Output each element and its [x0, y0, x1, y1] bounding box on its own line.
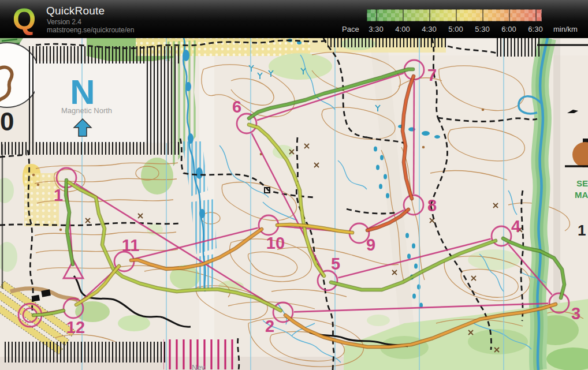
pace-unit: min/km — [553, 25, 578, 33]
course-leg-7-8 — [414, 81, 414, 194]
pace-tick-label: 4:30 — [422, 25, 436, 33]
edge-zero: 0 — [0, 107, 14, 136]
control-number-10: 10 — [266, 234, 285, 252]
pace-tick-mark — [376, 9, 377, 21]
app-title: QuickRoute — [46, 5, 105, 17]
control-number-6: 6 — [232, 98, 241, 116]
header-bar: Q QuickRoute Version 2.4 matstroeng.se/q… — [0, 0, 588, 38]
bottom-cut-text: Nev — [192, 363, 206, 370]
pace-tick-label: 5:30 — [475, 25, 489, 33]
control-number-11: 11 — [122, 236, 140, 255]
north-letter: N — [70, 73, 95, 111]
pace-tick-label: 3:30 — [369, 25, 383, 33]
pace-tick-label: 5:00 — [448, 25, 463, 33]
control-number-2: 2 — [265, 317, 274, 335]
edge-text-ma: MA — [575, 190, 588, 200]
edge-text-one: 1 — [578, 222, 586, 239]
north-caption: Magnetic North — [61, 106, 112, 115]
control-number-3: 3 — [571, 304, 580, 323]
pace-legend: Pace 3:304:004:305:005:306:006:30 min/km — [342, 6, 585, 35]
app-version: Version 2.4 — [47, 18, 81, 26]
pace-tick-mark — [509, 9, 510, 21]
pace-tick-mark — [482, 9, 483, 21]
quickroute-logo-icon: Q — [9, 3, 39, 36]
control-number-12: 12 — [66, 318, 85, 337]
logo-letter: Q — [13, 3, 36, 36]
pace-label: Pace — [342, 25, 359, 33]
pace-tick-label: 6:00 — [501, 25, 516, 33]
pace-tick-mark — [403, 9, 404, 21]
pace-tick-mark — [456, 9, 457, 21]
control-number-9: 9 — [366, 236, 375, 254]
control-number-4: 4 — [511, 217, 520, 236]
quickroute-window: Q QuickRoute Version 2.4 matstroeng.se/q… — [0, 0, 588, 370]
control-number-8: 8 — [427, 196, 437, 215]
pace-tick-label: 4:00 — [395, 25, 410, 33]
control-number-7: 7 — [427, 66, 437, 84]
pace-gradient-checker — [367, 9, 542, 21]
pace-tick-mark — [429, 9, 430, 21]
edge-text-se: SE — [576, 178, 588, 188]
pace-tick-mark — [535, 9, 537, 21]
app-url: matstroeng.se/quickroute/en — [47, 26, 134, 34]
control-number-1: 1 — [54, 186, 63, 204]
pace-tick-label: 6:30 — [528, 25, 542, 33]
control-number-5: 5 — [331, 255, 340, 273]
pace-gradient-bar — [367, 9, 542, 21]
map-canvas[interactable]: 0 N Magnetic North — [0, 38, 588, 370]
